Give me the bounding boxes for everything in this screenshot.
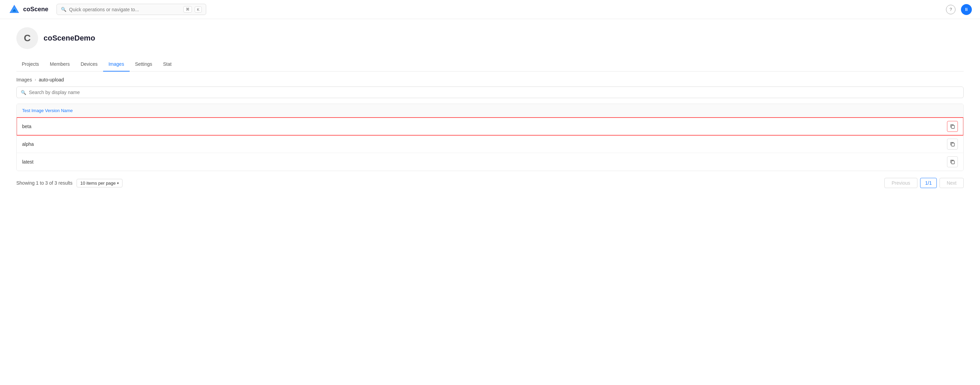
tab-projects[interactable]: Projects xyxy=(16,57,45,72)
help-button[interactable]: ? xyxy=(946,5,956,14)
tab-stat[interactable]: Stat xyxy=(158,57,177,72)
per-page-dropdown[interactable]: 10 items per page ▾ xyxy=(76,179,123,187)
next-button[interactable]: Next xyxy=(940,178,964,188)
search-filter-input[interactable] xyxy=(29,89,959,95)
user-avatar[interactable]: li xyxy=(961,4,972,15)
org-tabs: Projects Members Devices Images Settings… xyxy=(16,57,964,72)
row-name-beta: beta xyxy=(22,119,947,134)
column-header-name: Test Image Version Name xyxy=(22,108,73,113)
question-icon: ? xyxy=(950,7,952,12)
svg-rect-5 xyxy=(951,161,955,164)
table-row: latest xyxy=(17,153,963,171)
org-avatar: C xyxy=(16,27,38,49)
breadcrumb: Images › auto-upload xyxy=(16,72,964,86)
tab-settings[interactable]: Settings xyxy=(130,57,158,72)
search-icon: 🔍 xyxy=(61,7,66,12)
tab-images[interactable]: Images xyxy=(103,57,130,72)
copy-button-latest[interactable] xyxy=(947,157,958,167)
org-header: C coSceneDemo xyxy=(16,27,964,49)
copy-icon xyxy=(950,141,955,147)
tab-devices[interactable]: Devices xyxy=(75,57,103,72)
org-initial: C xyxy=(24,33,30,44)
row-name-latest: latest xyxy=(22,154,947,169)
breadcrumb-current: auto-upload xyxy=(39,77,64,83)
logo-area[interactable]: coScene xyxy=(8,3,48,16)
breadcrumb-images-link[interactable]: Images xyxy=(16,77,32,83)
nav-right: ? li xyxy=(946,4,972,15)
showing-results-text: Showing 1 to 3 of 3 results xyxy=(16,180,73,186)
copy-button-beta[interactable] xyxy=(947,121,958,132)
logo-text: coScene xyxy=(23,6,48,13)
breadcrumb-separator: › xyxy=(35,77,36,82)
pagination-controls: Previous 1/1 Next xyxy=(885,178,964,188)
copy-button-alpha[interactable] xyxy=(947,139,958,150)
page-number-display: 1/1 xyxy=(920,178,937,188)
images-table: Test Image Version Name beta alpha xyxy=(16,104,964,171)
copy-icon xyxy=(950,124,955,129)
row-name-alpha: alpha xyxy=(22,137,947,152)
table-row: beta xyxy=(17,118,963,135)
coscene-logo-icon xyxy=(8,3,21,16)
svg-rect-4 xyxy=(951,143,955,146)
tab-members[interactable]: Members xyxy=(45,57,75,72)
svg-rect-3 xyxy=(951,125,955,128)
pagination-info: Showing 1 to 3 of 3 results 10 items per… xyxy=(16,179,123,187)
table-row: alpha xyxy=(17,135,963,153)
copy-icon xyxy=(950,159,955,165)
org-name: coSceneDemo xyxy=(43,34,95,43)
table-body: beta alpha xyxy=(17,118,963,171)
search-filter-icon: 🔍 xyxy=(21,90,26,95)
table-header: Test Image Version Name xyxy=(17,104,963,118)
user-initial: li xyxy=(965,7,967,12)
pagination-bar: Showing 1 to 3 of 3 results 10 items per… xyxy=(16,171,964,188)
chevron-down-icon: ▾ xyxy=(117,181,119,185)
global-search-input[interactable] xyxy=(69,7,181,12)
global-search[interactable]: 🔍 ⌘ K xyxy=(56,4,206,15)
previous-button[interactable]: Previous xyxy=(885,178,917,188)
keyboard-shortcut-cmd: ⌘ xyxy=(183,6,192,13)
main-content: C coSceneDemo Projects Members Devices I… xyxy=(0,19,980,196)
keyboard-shortcut-k: K xyxy=(195,6,202,13)
search-filter-bar[interactable]: 🔍 xyxy=(16,86,964,98)
top-navigation: coScene 🔍 ⌘ K ? li xyxy=(0,0,980,19)
per-page-label: 10 items per page xyxy=(80,181,116,186)
